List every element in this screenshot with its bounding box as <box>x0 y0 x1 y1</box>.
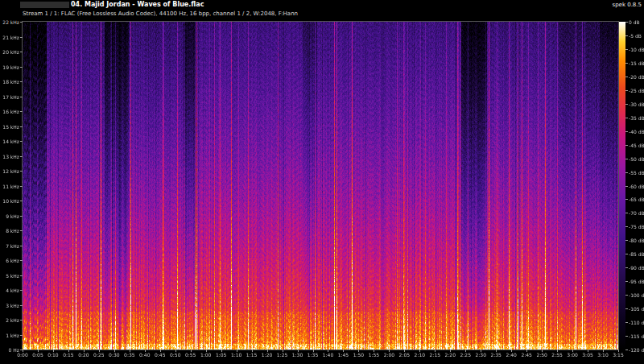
freq-tick-label: 15 kHz <box>0 124 19 130</box>
db-tick-mark <box>625 145 628 146</box>
freq-tick-label: 7 kHz <box>0 243 19 249</box>
freq-tick-label: 16 kHz <box>0 109 19 114</box>
db-tick-label: -5 dB <box>629 33 642 39</box>
time-tick-mark <box>511 350 512 352</box>
freq-tick-mark <box>20 67 23 68</box>
freq-tick-mark <box>20 335 23 336</box>
freq-tick-mark <box>20 141 23 142</box>
db-tick-label: -40 dB <box>629 129 644 134</box>
db-tick-mark <box>625 226 628 227</box>
time-tick-mark <box>237 350 237 352</box>
db-tick-label: -110 dB <box>629 320 644 325</box>
freq-tick-label: 12 kHz <box>0 168 19 174</box>
db-tick-label: 0 dB <box>629 19 640 25</box>
time-tick-mark <box>603 350 604 352</box>
db-tick-label: -75 dB <box>629 224 644 230</box>
db-tick-label: -15 dB <box>629 60 644 66</box>
db-tick-label: -100 dB <box>629 292 644 298</box>
db-tick-label: -95 dB <box>629 279 644 284</box>
db-tick-mark <box>625 213 628 213</box>
db-tick-mark <box>625 172 628 173</box>
db-tick-label: -105 dB <box>629 306 644 312</box>
spectrogram-plot <box>23 22 618 350</box>
freq-tick-mark <box>20 201 23 201</box>
spectrogram-canvas <box>23 22 618 350</box>
time-tick-mark <box>618 350 619 352</box>
time-tick-mark <box>252 350 253 352</box>
time-tick-mark <box>221 350 222 352</box>
time-tick-mark <box>404 350 405 352</box>
db-tick-mark <box>625 186 628 187</box>
freq-tick-mark <box>20 305 23 306</box>
db-legend-gradient <box>619 22 625 350</box>
db-tick-mark <box>625 118 628 118</box>
db-tick-mark <box>625 63 628 64</box>
freq-tick-label: 18 kHz <box>0 79 19 85</box>
time-tick-mark <box>283 350 283 352</box>
db-tick-label: -35 dB <box>629 115 644 121</box>
spek-window: 04. Majid Jordan - Waves of Blue.flac sp… <box>0 0 644 364</box>
time-tick-mark <box>450 350 451 352</box>
db-tick-label: -10 dB <box>629 47 644 52</box>
time-tick-mark <box>496 350 497 352</box>
db-tick-label: -85 dB <box>629 251 644 257</box>
db-tick-mark <box>625 131 628 132</box>
db-tick-label: -55 dB <box>629 170 644 176</box>
time-tick-mark <box>572 350 573 352</box>
db-tick-label: -70 dB <box>629 210 644 216</box>
time-tick-mark <box>389 350 390 352</box>
db-tick-label: -65 dB <box>629 196 644 202</box>
db-tick-label: -60 dB <box>629 184 644 189</box>
freq-tick-mark <box>20 126 23 127</box>
app-version-label: spek 0.8.5 <box>613 2 642 8</box>
time-tick-mark <box>267 350 268 352</box>
freq-tick-label: 14 kHz <box>0 139 19 144</box>
db-tick-label: -30 dB <box>629 101 644 107</box>
db-tick-mark <box>625 240 628 241</box>
freq-tick-mark <box>20 81 23 82</box>
time-tick-mark <box>68 350 69 352</box>
db-tick-mark <box>625 22 628 23</box>
db-tick-label: -80 dB <box>629 238 644 243</box>
time-tick-mark <box>374 350 374 352</box>
freq-tick-label: 2 kHz <box>0 317 19 323</box>
freq-tick-mark <box>20 171 23 172</box>
time-tick-mark <box>99 350 100 352</box>
freq-tick-label: 1 kHz <box>0 333 19 338</box>
time-tick-mark <box>298 350 299 352</box>
db-tick-mark <box>625 350 628 350</box>
time-tick-mark <box>23 350 23 352</box>
db-tick-label: -90 dB <box>629 265 644 271</box>
freq-tick-mark <box>20 275 23 276</box>
time-tick-mark <box>84 350 85 352</box>
time-tick-mark <box>435 350 436 352</box>
freq-tick-label: 4 kHz <box>0 287 19 293</box>
db-tick-mark <box>625 322 628 323</box>
time-tick-mark <box>191 350 192 352</box>
freq-tick-mark <box>20 246 23 246</box>
file-title: 04. Majid Jordan - Waves of Blue.flac <box>71 1 204 8</box>
db-tick-label: -120 dB <box>629 347 644 353</box>
time-tick-mark <box>328 350 328 352</box>
freq-tick-label: 8 kHz <box>0 228 19 234</box>
db-tick-mark <box>625 281 628 282</box>
time-tick-mark <box>557 350 558 352</box>
time-tick-mark <box>206 350 207 352</box>
time-tick-mark <box>160 350 161 352</box>
db-tick-label: -50 dB <box>629 156 644 162</box>
time-tick-mark <box>53 350 54 352</box>
db-tick-mark <box>625 90 628 91</box>
freq-tick-label: 21 kHz <box>0 35 19 40</box>
time-tick-mark <box>175 350 176 352</box>
freq-tick-mark <box>20 97 23 97</box>
db-tick-mark <box>625 77 628 77</box>
time-tick-mark <box>313 350 314 352</box>
stream-info: Stream 1 / 1: FLAC (Free Lossless Audio … <box>23 10 298 17</box>
time-tick-mark <box>145 350 146 352</box>
db-tick-label: -20 dB <box>629 74 644 80</box>
freq-tick-mark <box>20 22 23 23</box>
freq-tick-mark <box>20 52 23 52</box>
time-tick-mark <box>481 350 481 352</box>
freq-tick-label: 9 kHz <box>0 213 19 219</box>
time-tick-mark <box>38 350 39 352</box>
